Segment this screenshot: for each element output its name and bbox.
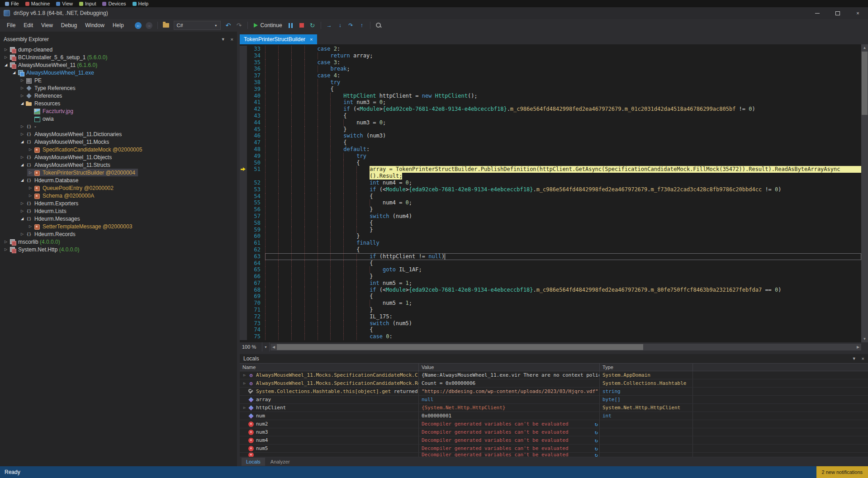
locals-row[interactable]: ▷⚙AlwaysMouseWheel_11.Mocks.Specificatio… bbox=[240, 379, 868, 388]
tree-expander[interactable]: ▷ bbox=[3, 55, 9, 59]
redo-button[interactable]: ↷ bbox=[234, 20, 244, 30]
locals-row[interactable]: ▷httpClient{System.Net.Http.HttpClient}S… bbox=[240, 404, 868, 412]
stop-button[interactable] bbox=[297, 20, 307, 30]
breakpoint-gutter[interactable] bbox=[240, 273, 247, 280]
vm-menu-view[interactable]: View bbox=[53, 0, 76, 7]
vm-menu-input[interactable]: Input bbox=[76, 0, 99, 7]
tree-expander[interactable]: ▷ bbox=[27, 224, 33, 228]
breakpoint-gutter[interactable] bbox=[240, 280, 247, 287]
breakpoint-gutter[interactable] bbox=[240, 213, 247, 220]
navigate-forward-button[interactable]: → bbox=[144, 20, 154, 30]
tree-node[interactable]: ▷References bbox=[19, 92, 65, 99]
continue-button[interactable]: Continue bbox=[251, 20, 285, 30]
tab-tokenprinterstructbuilder[interactable]: TokenPrinterStructBuilder × bbox=[240, 34, 317, 44]
tree-node[interactable]: Faczturtv.jpg bbox=[27, 107, 76, 115]
tree-node[interactable]: owia bbox=[27, 115, 57, 123]
tree-expander[interactable]: ◢ bbox=[19, 178, 25, 182]
breakpoint-gutter[interactable] bbox=[240, 227, 247, 233]
tree-node[interactable]: ▷dump-cleaned bbox=[3, 46, 55, 53]
notifications-badge[interactable]: 2 new notifications bbox=[816, 466, 868, 478]
tree-node[interactable]: ▷{}Hdeurm.Exporters bbox=[19, 199, 81, 207]
maximize-button[interactable] bbox=[827, 7, 848, 19]
step-over-button[interactable]: ↷ bbox=[346, 20, 356, 30]
locals-row[interactable]: System.Collections.Hashtable.this[object… bbox=[240, 388, 868, 396]
tree-expander[interactable]: ▷ bbox=[3, 47, 9, 52]
breakpoint-gutter[interactable] bbox=[240, 193, 247, 200]
breakpoint-gutter[interactable] bbox=[240, 66, 247, 72]
breakpoint-gutter[interactable] bbox=[240, 307, 247, 313]
tree-expander[interactable]: ▷ bbox=[19, 86, 25, 90]
locals-row[interactable]: arraynullbyte[] bbox=[240, 396, 868, 404]
locals-row[interactable]: ×num5Decompiler generated variables can'… bbox=[240, 445, 868, 453]
breakpoint-gutter[interactable] bbox=[240, 300, 247, 307]
undo-button[interactable]: ↶ bbox=[223, 20, 233, 30]
breakpoint-gutter[interactable] bbox=[240, 220, 247, 227]
tree-expander[interactable]: ▷ bbox=[19, 232, 25, 236]
vm-menu-machine[interactable]: Machine bbox=[22, 0, 53, 7]
tree-expander[interactable]: ▷ bbox=[19, 201, 25, 205]
breakpoint-gutter[interactable] bbox=[240, 106, 247, 113]
breakpoint-gutter[interactable] bbox=[240, 146, 247, 153]
title-bar[interactable]: dnSpy v6.1.8 (64-bit, .NET, Debugging) × bbox=[0, 7, 868, 19]
menu-help[interactable]: Help bbox=[109, 19, 128, 32]
tree-node[interactable]: ▷System.Net.Http (4.0.0.0) bbox=[3, 246, 82, 253]
row-expander[interactable]: ▷ bbox=[242, 406, 247, 410]
breakpoint-gutter[interactable] bbox=[240, 160, 247, 166]
tree-node[interactable]: ▷{}Hdeurm.Lists bbox=[19, 207, 69, 215]
step-out-button[interactable]: ↑ bbox=[357, 20, 367, 30]
menu-file[interactable]: File bbox=[3, 19, 19, 32]
breakpoint-gutter[interactable] bbox=[240, 320, 247, 327]
tree-expander[interactable]: ◢ bbox=[19, 101, 25, 105]
tree-expander[interactable]: ▷ bbox=[27, 147, 33, 151]
tree-expander[interactable]: ▷ bbox=[3, 247, 9, 251]
breakpoint-gutter[interactable] bbox=[240, 139, 247, 146]
tree-node[interactable]: ▷PE bbox=[19, 76, 44, 84]
tree-node[interactable]: ▷SpecificationCandidateMock @02000005 bbox=[27, 146, 145, 153]
locals-row[interactable]: ×num2Decompiler generated variables can'… bbox=[240, 420, 868, 428]
breakpoint-gutter[interactable] bbox=[240, 266, 247, 273]
menu-debug[interactable]: Debug bbox=[57, 19, 81, 32]
restart-button[interactable]: ↻ bbox=[308, 20, 318, 30]
tree-node[interactable]: ▷BCUninstaller_5_6_setup_1 (5.6.0.0) bbox=[3, 53, 110, 61]
tree-expander[interactable]: ▷ bbox=[19, 155, 25, 159]
tree-node[interactable]: ▷{}Hdeurm.Records bbox=[19, 230, 78, 238]
tree-expander[interactable]: ▷ bbox=[3, 240, 9, 244]
minimize-button[interactable] bbox=[807, 7, 827, 19]
tree-node[interactable]: ▷mscorlib (4.0.0.0) bbox=[3, 238, 63, 246]
refresh-icon[interactable]: ↻ bbox=[595, 438, 598, 443]
tree-node[interactable]: ▷{}AlwaysMouseWheel_11.Objects bbox=[19, 153, 114, 161]
tree-node[interactable]: ▷{}- bbox=[19, 123, 39, 130]
breakpoint-gutter[interactable] bbox=[240, 253, 247, 260]
vertical-scrollbar[interactable]: ▲ ▼ bbox=[861, 44, 868, 342]
refresh-icon[interactable]: ↻ bbox=[595, 446, 598, 451]
column-header-type[interactable]: Type bbox=[600, 364, 693, 371]
menu-window[interactable]: Window bbox=[81, 19, 109, 32]
breakpoint-gutter[interactable] bbox=[240, 233, 247, 240]
tab-locals[interactable]: Locals bbox=[242, 458, 265, 466]
horizontal-scrollbar[interactable]: ◀ ▶ bbox=[270, 344, 861, 350]
locals-close-icon[interactable]: × bbox=[862, 356, 864, 361]
tree-expander[interactable]: ◢ bbox=[3, 63, 9, 67]
tree-expander[interactable]: ▷ bbox=[27, 194, 33, 198]
tree-expander[interactable]: ▷ bbox=[19, 78, 25, 82]
breakpoint-gutter[interactable] bbox=[240, 93, 247, 99]
breakpoint-gutter[interactable] bbox=[240, 173, 247, 180]
tree-expander[interactable]: ◢ bbox=[19, 163, 25, 167]
tree-node[interactable]: ▷Type References bbox=[19, 84, 78, 92]
menu-view[interactable]: View bbox=[37, 19, 57, 32]
tree-expander[interactable]: ▷ bbox=[19, 124, 25, 128]
locals-row[interactable]: num0x00000001int bbox=[240, 412, 868, 420]
step-into-button[interactable]: ↓ bbox=[335, 20, 345, 30]
open-file-button[interactable] bbox=[161, 20, 171, 30]
breakpoint-gutter[interactable] bbox=[240, 333, 247, 340]
locals-row[interactable]: ×num3Decompiler generated variables can'… bbox=[240, 428, 868, 436]
row-expander[interactable]: ▷ bbox=[242, 381, 247, 385]
tree-node[interactable]: ◢{}Hdeurm.Messages bbox=[19, 215, 83, 222]
tree-node[interactable]: ◢{}AlwaysMouseWheel_11.Structs bbox=[19, 161, 113, 169]
tree-expander[interactable]: ◢ bbox=[19, 217, 25, 221]
breakpoint-gutter[interactable] bbox=[240, 246, 247, 253]
breakpoint-gutter[interactable] bbox=[240, 86, 247, 93]
column-header-name[interactable]: Name bbox=[240, 364, 419, 371]
panel-close-icon[interactable]: × bbox=[231, 37, 233, 42]
breakpoint-gutter[interactable] bbox=[240, 153, 247, 160]
